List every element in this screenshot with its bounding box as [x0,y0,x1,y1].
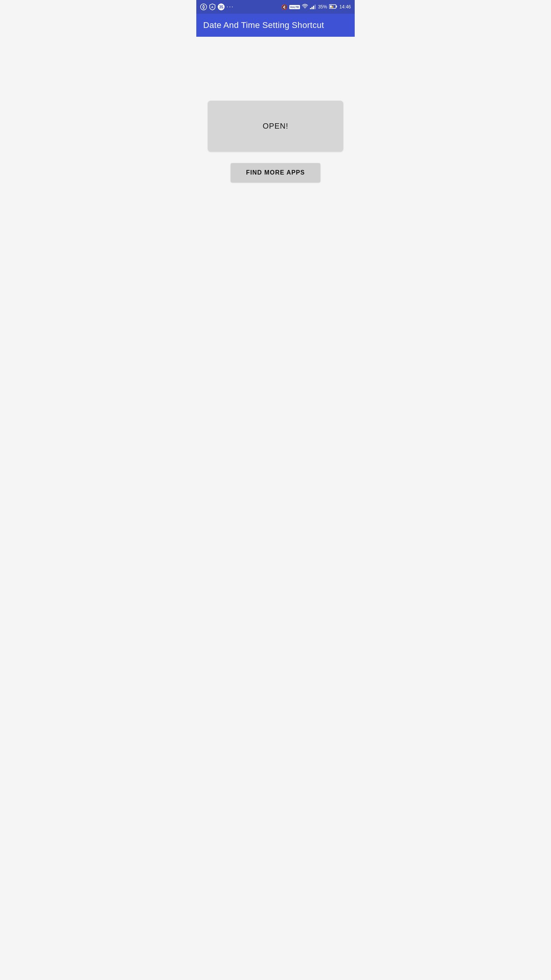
svg-text:A: A [211,5,214,9]
status-bar-left: A 35 ··· [200,3,234,10]
find-more-apps-button[interactable]: FIND MORE APPS [231,163,320,182]
battery-percentage: 35% [318,4,327,10]
app-icon-1 [200,3,207,10]
battery-icon: ⚡ [329,4,337,10]
svg-rect-7 [336,5,337,7]
app-bar: Date And Time Setting Shortcut [196,14,355,37]
svg-rect-2 [310,8,311,9]
volte-badge: VoLTE [289,5,300,9]
bottom-space [196,246,355,343]
main-content: OPEN! FIND MORE APPS [196,37,355,246]
wifi-icon [302,4,308,10]
notification-badge: 35 [218,3,225,10]
status-bar-right: 🔇 VoLTE 35% [281,4,351,10]
app-icon-2: A [209,3,216,10]
mute-icon: 🔇 [281,4,287,10]
app-bar-title: Date And Time Setting Shortcut [203,20,324,30]
status-bar: A 35 ··· 🔇 VoLTE [196,0,355,14]
svg-rect-4 [313,6,314,9]
svg-text:⚡: ⚡ [331,5,334,8]
overflow-menu-icon[interactable]: ··· [227,3,234,10]
status-time: 14:46 [339,4,351,10]
svg-point-0 [201,4,207,10]
signal-icon [310,4,316,10]
svg-rect-3 [311,7,313,9]
open-button[interactable]: OPEN! [208,101,343,152]
svg-rect-5 [315,5,316,9]
